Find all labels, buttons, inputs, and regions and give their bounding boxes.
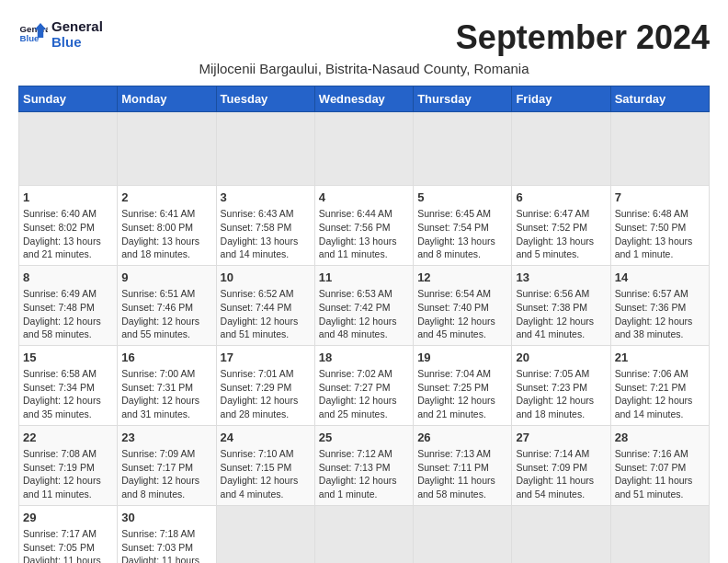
calendar-cell: 13Sunrise: 6:56 AMSunset: 7:38 PMDayligh… bbox=[512, 265, 610, 345]
day-number: 22 bbox=[23, 430, 113, 446]
day-info: Daylight: 12 hours and 38 minutes. bbox=[615, 315, 705, 341]
day-header-saturday: Saturday bbox=[610, 86, 709, 112]
day-info: Sunrise: 7:14 AM bbox=[516, 447, 606, 461]
day-number: 27 bbox=[516, 430, 606, 446]
day-info: Sunset: 7:07 PM bbox=[615, 461, 705, 475]
day-info: Daylight: 12 hours and 28 minutes. bbox=[221, 394, 311, 420]
day-info: Sunrise: 7:12 AM bbox=[319, 447, 409, 461]
day-info: Sunrise: 6:40 AM bbox=[23, 207, 113, 221]
day-info: Daylight: 13 hours and 5 minutes. bbox=[516, 235, 606, 261]
day-info: Sunset: 7:31 PM bbox=[121, 381, 211, 395]
day-info: Sunset: 7:03 PM bbox=[121, 541, 211, 555]
day-number: 25 bbox=[319, 430, 409, 446]
day-number: 7 bbox=[615, 190, 705, 206]
day-info: Daylight: 12 hours and 48 minutes. bbox=[319, 315, 409, 341]
day-info: Daylight: 11 hours and 44 minutes. bbox=[121, 554, 211, 563]
calendar-cell: 12Sunrise: 6:54 AMSunset: 7:40 PMDayligh… bbox=[414, 265, 512, 345]
day-info: Daylight: 12 hours and 25 minutes. bbox=[319, 394, 409, 420]
day-number: 18 bbox=[319, 350, 409, 366]
day-info: Sunset: 7:34 PM bbox=[23, 381, 113, 395]
location-subtitle: Mijlocenii Bargaului, Bistrita-Nasaud Co… bbox=[18, 61, 710, 76]
day-number: 15 bbox=[23, 350, 113, 366]
day-info: Daylight: 13 hours and 8 minutes. bbox=[417, 235, 507, 261]
day-info: Sunset: 7:21 PM bbox=[615, 381, 705, 395]
day-number: 19 bbox=[417, 350, 507, 366]
day-info: Sunset: 7:44 PM bbox=[221, 301, 311, 315]
day-info: Sunrise: 6:49 AM bbox=[23, 287, 113, 301]
calendar-cell: 1Sunrise: 6:40 AMSunset: 8:02 PMDaylight… bbox=[19, 186, 118, 266]
day-info: Sunrise: 7:13 AM bbox=[417, 447, 507, 461]
calendar-cell: 19Sunrise: 7:04 AMSunset: 7:25 PMDayligh… bbox=[414, 345, 512, 425]
day-info: Sunrise: 7:16 AM bbox=[615, 447, 705, 461]
day-info: Daylight: 12 hours and 21 minutes. bbox=[417, 394, 507, 420]
day-info: Sunset: 7:54 PM bbox=[417, 221, 507, 235]
logo-icon: General Blue bbox=[18, 19, 48, 49]
calendar-cell: 9Sunrise: 6:51 AMSunset: 7:46 PMDaylight… bbox=[118, 265, 216, 345]
calendar-cell bbox=[610, 112, 709, 186]
day-number: 14 bbox=[615, 270, 705, 286]
logo-general: General bbox=[51, 18, 103, 34]
day-header-friday: Friday bbox=[512, 86, 610, 112]
day-info: Daylight: 12 hours and 14 minutes. bbox=[615, 394, 705, 420]
day-info: Sunset: 7:15 PM bbox=[221, 461, 311, 475]
day-info: Daylight: 12 hours and 58 minutes. bbox=[23, 315, 113, 341]
calendar-cell bbox=[314, 505, 413, 563]
day-info: Sunrise: 7:06 AM bbox=[615, 367, 705, 381]
day-number: 8 bbox=[23, 270, 113, 286]
day-info: Sunset: 7:13 PM bbox=[319, 461, 409, 475]
day-number: 13 bbox=[516, 270, 606, 286]
day-info: Daylight: 12 hours and 41 minutes. bbox=[516, 315, 606, 341]
calendar-cell: 7Sunrise: 6:48 AMSunset: 7:50 PMDaylight… bbox=[610, 186, 709, 266]
day-info: Daylight: 12 hours and 8 minutes. bbox=[121, 474, 211, 500]
day-info: Sunrise: 7:02 AM bbox=[319, 367, 409, 381]
day-header-tuesday: Tuesday bbox=[216, 86, 314, 112]
day-info: Sunrise: 7:17 AM bbox=[23, 527, 113, 541]
day-info: Sunrise: 6:43 AM bbox=[221, 207, 311, 221]
day-header-wednesday: Wednesday bbox=[314, 86, 413, 112]
day-info: Sunrise: 6:54 AM bbox=[417, 287, 507, 301]
calendar-cell: 5Sunrise: 6:45 AMSunset: 7:54 PMDaylight… bbox=[414, 186, 512, 266]
day-info: Sunrise: 7:05 AM bbox=[516, 367, 606, 381]
calendar-cell bbox=[414, 112, 512, 186]
day-info: Sunrise: 7:00 AM bbox=[121, 367, 211, 381]
calendar-cell: 4Sunrise: 6:44 AMSunset: 7:56 PMDaylight… bbox=[314, 186, 413, 266]
calendar-cell: 22Sunrise: 7:08 AMSunset: 7:19 PMDayligh… bbox=[19, 425, 118, 505]
calendar-table: SundayMondayTuesdayWednesdayThursdayFrid… bbox=[18, 86, 710, 563]
day-info: Sunset: 8:02 PM bbox=[23, 221, 113, 235]
day-info: Daylight: 12 hours and 55 minutes. bbox=[121, 315, 211, 341]
day-info: Sunrise: 6:45 AM bbox=[417, 207, 507, 221]
calendar-cell: 10Sunrise: 6:52 AMSunset: 7:44 PMDayligh… bbox=[216, 265, 314, 345]
day-info: Sunset: 7:46 PM bbox=[121, 301, 211, 315]
day-info: Sunset: 7:29 PM bbox=[221, 381, 311, 395]
calendar-cell: 8Sunrise: 6:49 AMSunset: 7:48 PMDaylight… bbox=[19, 265, 118, 345]
logo-blue: Blue bbox=[51, 34, 103, 50]
day-info: Sunrise: 7:01 AM bbox=[221, 367, 311, 381]
day-number: 6 bbox=[516, 190, 606, 206]
svg-text:Blue: Blue bbox=[20, 33, 40, 43]
day-header-sunday: Sunday bbox=[19, 86, 118, 112]
calendar-cell bbox=[216, 112, 314, 186]
calendar-cell bbox=[314, 112, 413, 186]
day-info: Sunrise: 6:44 AM bbox=[319, 207, 409, 221]
day-info: Sunset: 7:11 PM bbox=[417, 461, 507, 475]
day-number: 24 bbox=[221, 430, 311, 446]
day-info: Sunrise: 6:52 AM bbox=[221, 287, 311, 301]
day-info: Daylight: 12 hours and 31 minutes. bbox=[121, 394, 211, 420]
day-info: Sunrise: 7:10 AM bbox=[221, 447, 311, 461]
day-number: 10 bbox=[221, 270, 311, 286]
day-info: Daylight: 12 hours and 35 minutes. bbox=[23, 394, 113, 420]
day-number: 21 bbox=[615, 350, 705, 366]
calendar-cell: 25Sunrise: 7:12 AMSunset: 7:13 PMDayligh… bbox=[314, 425, 413, 505]
day-number: 20 bbox=[516, 350, 606, 366]
day-info: Daylight: 13 hours and 1 minute. bbox=[615, 235, 705, 261]
day-info: Sunset: 7:19 PM bbox=[23, 461, 113, 475]
day-info: Sunrise: 6:56 AM bbox=[516, 287, 606, 301]
day-info: Daylight: 11 hours and 48 minutes. bbox=[23, 554, 113, 563]
day-info: Daylight: 11 hours and 58 minutes. bbox=[417, 474, 507, 500]
day-info: Sunrise: 6:47 AM bbox=[516, 207, 606, 221]
day-info: Sunset: 7:25 PM bbox=[417, 381, 507, 395]
day-number: 26 bbox=[417, 430, 507, 446]
calendar-cell: 11Sunrise: 6:53 AMSunset: 7:42 PMDayligh… bbox=[314, 265, 413, 345]
day-number: 11 bbox=[319, 270, 409, 286]
calendar-cell: 3Sunrise: 6:43 AMSunset: 7:58 PMDaylight… bbox=[216, 186, 314, 266]
